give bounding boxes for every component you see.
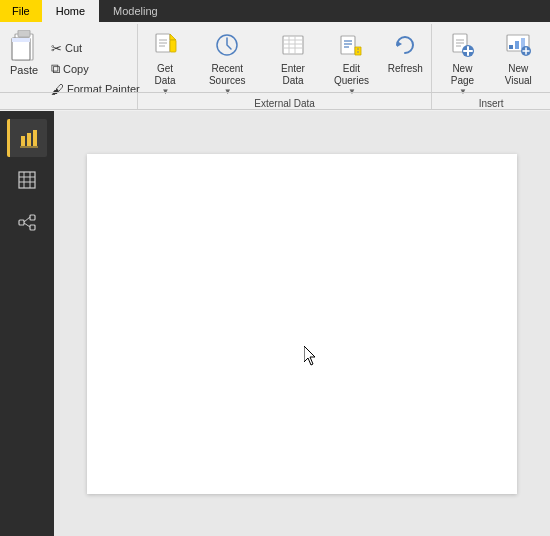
paste-icon xyxy=(8,30,40,64)
sidebar-item-data[interactable] xyxy=(7,161,47,199)
new-page-icon xyxy=(446,29,478,61)
ribbon: Paste ✂ Cut ⧉ Copy 🖌 Format Painter xyxy=(0,22,550,110)
svg-marker-53 xyxy=(304,346,315,365)
refresh-button[interactable]: Refresh xyxy=(383,26,427,77)
refresh-label: Refresh xyxy=(388,63,423,75)
cut-icon: ✂ xyxy=(51,41,62,56)
recent-sources-button[interactable]: Recent Sources ▼ xyxy=(190,26,264,98)
svg-rect-40 xyxy=(27,133,31,146)
svg-rect-48 xyxy=(19,220,24,225)
canvas-area xyxy=(54,111,550,536)
svg-rect-41 xyxy=(33,130,37,146)
tab-home[interactable]: Home xyxy=(42,0,99,22)
insert-row: New Page ▼ New Visual xyxy=(436,26,546,98)
mouse-cursor xyxy=(304,346,318,366)
edit-queries-label: Edit Queries xyxy=(327,63,377,87)
svg-rect-34 xyxy=(515,41,519,49)
copy-icon: ⧉ xyxy=(51,61,60,77)
svg-line-51 xyxy=(24,217,30,222)
edit-queries-icon xyxy=(335,29,367,61)
format-painter-icon: 🖌 xyxy=(51,82,64,97)
svg-marker-5 xyxy=(170,34,176,40)
get-data-label: Get Data xyxy=(147,63,183,87)
get-data-icon xyxy=(149,29,181,61)
copy-label: Copy xyxy=(63,63,89,75)
tab-modeling[interactable]: Modeling xyxy=(99,0,172,22)
get-data-button[interactable]: Get Data ▼ xyxy=(142,26,188,98)
recent-sources-icon xyxy=(211,29,243,61)
external-data-row: Get Data ▼ Recent Sources ▼ xyxy=(142,26,427,98)
format-painter-button[interactable]: 🖌 Format Painter xyxy=(48,80,143,99)
cut-button[interactable]: ✂ Cut xyxy=(48,39,143,58)
svg-rect-11 xyxy=(283,36,303,54)
svg-rect-39 xyxy=(21,136,25,146)
cut-label: Cut xyxy=(65,42,82,54)
svg-line-52 xyxy=(24,223,30,227)
new-page-label: New Page xyxy=(441,63,483,87)
tab-file[interactable]: File xyxy=(0,0,42,22)
insert-group-label: Insert xyxy=(436,98,546,112)
paste-label: Paste xyxy=(10,64,38,76)
new-visual-button[interactable]: New Visual xyxy=(490,26,546,89)
svg-rect-3 xyxy=(12,38,30,42)
new-page-button[interactable]: New Page ▼ xyxy=(436,26,488,98)
format-painter-label: Format Painter xyxy=(67,83,140,95)
new-visual-label: New Visual xyxy=(495,63,541,87)
tab-bar: File Home Modeling xyxy=(0,0,550,22)
recent-sources-label: Recent Sources xyxy=(195,63,259,87)
svg-rect-1 xyxy=(18,30,30,37)
clipboard-group: Paste ✂ Cut ⧉ Copy 🖌 Format Painter xyxy=(0,24,138,109)
paste-button[interactable]: Paste xyxy=(4,28,44,78)
svg-rect-33 xyxy=(509,45,513,49)
svg-rect-43 xyxy=(19,172,35,188)
enter-data-label: Enter Data xyxy=(271,63,314,87)
refresh-icon xyxy=(389,29,421,61)
edit-queries-button[interactable]: Edit Queries ▼ xyxy=(322,26,382,98)
sidebar xyxy=(0,111,54,536)
ribbon-labels-row xyxy=(0,92,550,93)
svg-rect-50 xyxy=(30,225,35,230)
svg-rect-17 xyxy=(341,36,355,54)
enter-data-button[interactable]: Enter Data xyxy=(266,26,319,89)
main-area xyxy=(0,111,550,536)
canvas-page xyxy=(87,154,517,494)
clipboard-left: Paste xyxy=(4,28,44,109)
clipboard-right: ✂ Cut ⧉ Copy 🖌 Format Painter xyxy=(48,28,143,109)
svg-rect-49 xyxy=(30,215,35,220)
external-data-group: Get Data ▼ Recent Sources ▼ xyxy=(138,24,432,109)
svg-marker-21 xyxy=(355,47,361,55)
copy-button[interactable]: ⧉ Copy xyxy=(48,59,143,79)
svg-marker-24 xyxy=(397,41,402,47)
new-visual-icon xyxy=(502,29,534,61)
sidebar-item-model[interactable] xyxy=(7,203,47,241)
sidebar-item-report[interactable] xyxy=(7,119,47,157)
enter-data-icon xyxy=(277,29,309,61)
external-data-group-label: External Data xyxy=(142,98,427,112)
svg-rect-6 xyxy=(170,40,176,52)
insert-group: New Page ▼ New Visual xyxy=(432,24,550,109)
